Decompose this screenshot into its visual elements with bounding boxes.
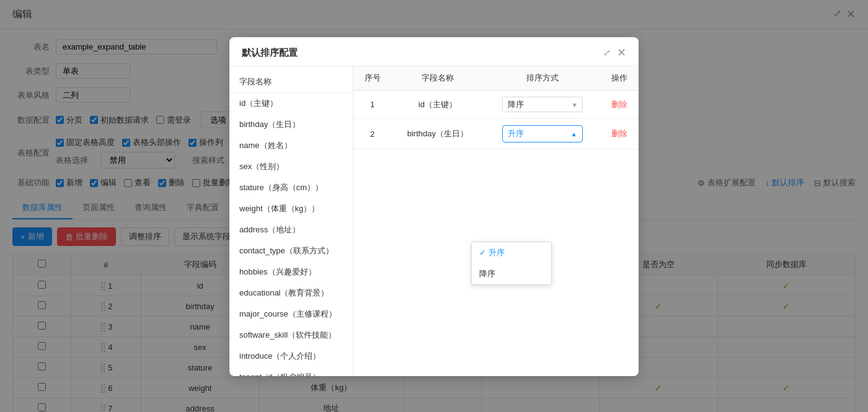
- sort-row-2-order: 升序 ▲: [484, 119, 601, 149]
- modal-overlay: 默认排序配置 ⤢ ✕ 字段名称 id（主键）birthday（生日）name（姓…: [0, 0, 868, 412]
- sort-row-2-seq: 2: [353, 119, 391, 149]
- sort-config-area: 序号 字段名称 排序方式 操作 1 id（主键）: [353, 66, 639, 376]
- sort-order-dropdown: ✓升序 降序: [471, 242, 552, 285]
- sort-col-seq: 序号: [353, 66, 391, 90]
- field-list-item[interactable]: educational（教育背景）: [229, 283, 353, 304]
- sort-config-modal: 默认排序配置 ⤢ ✕ 字段名称 id（主键）birthday（生日）name（姓…: [229, 37, 639, 376]
- check-icon: ✓: [479, 248, 486, 257]
- sort-col-order: 排序方式: [484, 66, 601, 90]
- dropdown-asc[interactable]: ✓升序: [472, 242, 551, 263]
- field-list-item[interactable]: sex（性别）: [229, 156, 353, 177]
- field-list-item[interactable]: weight（体重（kg））: [229, 198, 353, 219]
- sort-row-1-seq: 1: [353, 90, 391, 119]
- field-list-item[interactable]: software_skill（软件技能）: [229, 325, 353, 346]
- sort-row-2-order-select[interactable]: 升序 ▲: [502, 125, 583, 142]
- modal-title: 默认排序配置: [242, 47, 298, 59]
- field-list-item[interactable]: birthday（生日）: [229, 114, 353, 135]
- sort-row-1-order-wrap: 降序 升序: [502, 97, 583, 112]
- modal-header-actions: ⤢ ✕: [603, 46, 626, 59]
- chevron-up-icon: ▲: [571, 131, 577, 138]
- field-list-item[interactable]: contact_type（联系方式）: [229, 240, 353, 261]
- sort-row-1-delete-btn[interactable]: 删除: [611, 99, 627, 110]
- modal-body: 字段名称 id（主键）birthday（生日）name（姓名）sex（性别）st…: [229, 66, 639, 376]
- sort-col-field: 字段名称: [391, 66, 484, 90]
- sort-col-action: 操作: [601, 66, 639, 90]
- sort-row-1-order: 降序 升序: [484, 90, 601, 119]
- modal-header: 默认排序配置 ⤢ ✕: [229, 37, 639, 66]
- sort-row-1: 1 id（主键） 降序 升序: [353, 90, 639, 119]
- modal-close-btn[interactable]: ✕: [617, 46, 626, 59]
- dropdown-desc[interactable]: 降序: [472, 263, 551, 284]
- sort-row-2: 2 birthday（生日） 升序 ▲ 删除: [353, 119, 639, 149]
- field-list-header: 字段名称: [229, 71, 353, 93]
- field-list-item[interactable]: stature（身高（cm））: [229, 177, 353, 198]
- sort-row-1-field: id（主键）: [391, 90, 484, 119]
- field-list-items: id（主键）birthday（生日）name（姓名）sex（性别）stature…: [229, 93, 353, 376]
- field-list-item[interactable]: major_course（主修课程）: [229, 304, 353, 325]
- field-list-item[interactable]: name（姓名）: [229, 135, 353, 156]
- field-list-item[interactable]: introduce（个人介绍）: [229, 346, 353, 367]
- field-list-item[interactable]: tenant_id（租户编号）: [229, 367, 353, 376]
- sort-row-1-order-select[interactable]: 降序 升序: [502, 97, 583, 112]
- editor-panel: 编辑 ⤢ ✕ 表名 表类型 表单风格 数据配置 分页: [0, 0, 868, 412]
- field-list-item[interactable]: id（主键）: [229, 93, 353, 114]
- field-list-item[interactable]: hobbies（兴趣爱好）: [229, 261, 353, 283]
- sort-row-2-field: birthday（生日）: [391, 119, 484, 149]
- sort-row-2-delete-btn[interactable]: 删除: [611, 128, 627, 139]
- field-list: 字段名称 id（主键）birthday（生日）name（姓名）sex（性别）st…: [229, 66, 353, 376]
- sort-table: 序号 字段名称 排序方式 操作 1 id（主键）: [353, 66, 639, 149]
- modal-expand-icon[interactable]: ⤢: [603, 48, 611, 58]
- field-list-item[interactable]: address（地址）: [229, 219, 353, 240]
